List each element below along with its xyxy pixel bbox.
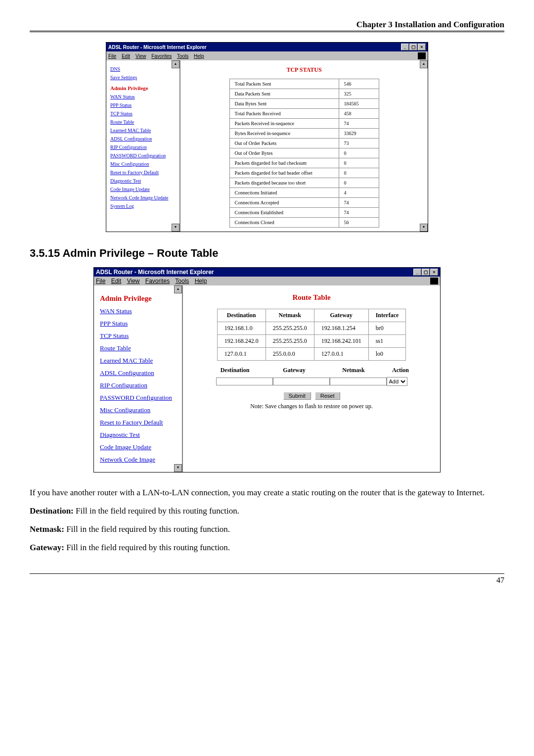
close-icon[interactable]: ×	[418, 44, 426, 50]
scroll-down-icon[interactable]: ▾	[420, 224, 428, 232]
sidebar-link[interactable]: WAN Status	[110, 94, 177, 99]
window-title: ADSL Router - Microsoft Internet Explore…	[96, 269, 214, 276]
sidebar-link[interactable]: ADSL Configuration	[100, 369, 178, 377]
sidebar-link[interactable]: Reset to Factory Default	[110, 170, 177, 175]
sidebar-link[interactable]: Diagnostic Test	[110, 178, 177, 184]
submit-button[interactable]	[283, 392, 311, 400]
minimize-icon[interactable]: _	[413, 269, 421, 276]
table-row: Packets disgarded for bad header offset0	[229, 168, 379, 178]
add-route-input-row: Add	[193, 377, 430, 386]
stat-value: 33629	[339, 129, 379, 139]
sidebar-link[interactable]: Learned MAC Table	[100, 357, 178, 365]
menu-help[interactable]: Help	[194, 53, 204, 59]
maximize-icon[interactable]: ▢	[422, 269, 430, 276]
stat-value: 0	[339, 158, 379, 168]
sidebar-link-save-settings[interactable]: Save Settings	[110, 75, 177, 80]
menu-tools[interactable]: Tools	[175, 278, 189, 284]
destination-input[interactable]	[216, 378, 273, 385]
sidebar-link[interactable]: Misc Configuration	[100, 406, 178, 414]
stat-label: Packets disgarded because too short	[229, 178, 339, 188]
table-row: Total Packets Received458	[229, 109, 379, 119]
content-area: Route Table Destination Netmask Gateway …	[183, 285, 440, 472]
sidebar-link[interactable]: Misc Configuration	[110, 161, 177, 167]
cell: 255.0.0.0	[266, 348, 314, 361]
sidebar-link[interactable]: PASSWORD Configuration	[100, 394, 178, 402]
stat-value: 4	[339, 188, 379, 198]
cell: 127.0.0.1	[314, 348, 368, 361]
sidebar-link[interactable]: System Log	[110, 203, 177, 209]
table-row: Bytes Received in-sequence33629	[229, 129, 379, 139]
cell: 192.168.242.0	[217, 335, 266, 348]
scroll-down-icon[interactable]: ▾	[172, 224, 179, 232]
col-interface: Interface	[368, 309, 406, 322]
scroll-up-icon[interactable]: ▴	[420, 60, 428, 68]
sidebar-link[interactable]: Route Table	[110, 119, 177, 125]
sidebar-link[interactable]: WAN Status	[100, 307, 178, 315]
chapter-header: Chapter 3 Installation and Configuration	[30, 20, 504, 32]
menu-file[interactable]: File	[108, 53, 116, 59]
stat-label: Packets disgarded for bad header offset	[229, 168, 339, 178]
sidebar-link[interactable]: Code Image Update	[100, 443, 178, 451]
gateway-input[interactable]	[273, 378, 330, 385]
minimize-icon[interactable]: _	[401, 44, 409, 50]
stat-label: Packets Received in-sequence	[229, 119, 339, 129]
sidebar-link[interactable]: PASSWORD Configuration	[110, 153, 177, 158]
sidebar-link[interactable]: PPP Status	[100, 320, 178, 328]
stat-label: Total Packets Received	[229, 109, 339, 119]
table-row: 192.168.1.0255.255.255.0192.168.1.254br0	[217, 322, 406, 335]
menu-edit[interactable]: Edit	[122, 53, 130, 59]
table-row: Data Bytes Sent184565	[229, 99, 379, 109]
reset-button[interactable]	[315, 392, 340, 400]
sidebar-link[interactable]: Learned MAC Table	[110, 128, 177, 133]
sidebar-link[interactable]: Network Code Image Update	[110, 195, 177, 200]
menu-help[interactable]: Help	[195, 278, 207, 284]
action-select[interactable]: Add	[387, 377, 407, 386]
sidebar-link[interactable]: PPP Status	[110, 102, 177, 108]
sidebar-link[interactable]: Network Code Image	[100, 456, 178, 464]
menu-tools[interactable]: Tools	[177, 53, 188, 59]
sidebar-link[interactable]: Route Table	[100, 344, 178, 352]
scroll-up-icon[interactable]: ▴	[174, 285, 182, 293]
stat-label: Out of Order Packets	[229, 139, 339, 148]
window-titlebar: ADSL Router - Microsoft Internet Explore…	[106, 43, 428, 51]
sidebar-link[interactable]: ADSL Configuration	[110, 136, 177, 142]
cell: 192.168.1.254	[314, 322, 368, 335]
sidebar-link-dns[interactable]: DNS	[110, 66, 177, 72]
table-row: 192.168.242.0255.255.255.0192.168.242.10…	[217, 335, 406, 348]
table-row: Out of Order Bytes0	[229, 148, 379, 158]
menu-view[interactable]: View	[127, 278, 140, 284]
menu-favorites[interactable]: Favorites	[151, 53, 172, 59]
cell: ss1	[368, 335, 406, 348]
sidebar-link[interactable]: RIP Configuration	[110, 144, 177, 150]
ie-logo-icon	[418, 52, 426, 59]
close-icon[interactable]: ×	[430, 269, 438, 276]
stat-value: 74	[339, 208, 379, 218]
scroll-up-icon[interactable]: ▴	[172, 60, 179, 68]
table-row: Packets Received in-sequence74	[229, 119, 379, 129]
scroll-down-icon[interactable]: ▾	[174, 464, 182, 472]
stat-value: 184565	[339, 99, 379, 109]
add-hdr-netmask: Netmask	[324, 367, 383, 374]
sidebar-link[interactable]: RIP Configuration	[100, 381, 178, 389]
paragraph-destination: Destination: Fill in the field required …	[30, 506, 504, 517]
sidebar-link[interactable]: Code Image Update	[110, 187, 177, 192]
stat-label: Total Packets Sent	[229, 79, 339, 89]
screenshot-tcp-status: ADSL Router - Microsoft Internet Explore…	[30, 42, 504, 232]
paragraph-netmask: Netmask: Fill in the field required by t…	[30, 524, 504, 535]
netmask-input[interactable]	[330, 378, 387, 385]
sidebar-link[interactable]: TCP Status	[100, 332, 178, 340]
menu-edit[interactable]: Edit	[111, 278, 122, 284]
col-gateway: Gateway	[314, 309, 368, 322]
window-controls: _ ▢ ×	[413, 269, 438, 276]
stat-value: 73	[339, 139, 379, 148]
menu-view[interactable]: View	[135, 53, 146, 59]
sidebar-link[interactable]: Diagnostic Test	[100, 431, 178, 439]
menu-favorites[interactable]: Favorites	[145, 278, 170, 284]
sidebar-link[interactable]: Reset to Factory Default	[100, 419, 178, 426]
sidebar-link[interactable]: TCP Status	[110, 111, 177, 116]
table-row: 127.0.0.1255.0.0.0127.0.0.1lo0	[217, 348, 406, 361]
menu-file[interactable]: File	[96, 278, 105, 284]
stat-value: 74	[339, 198, 379, 208]
sidebar: ▴ Admin Privilege WAN Status PPP Status …	[94, 285, 183, 472]
maximize-icon[interactable]: ▢	[409, 44, 417, 50]
